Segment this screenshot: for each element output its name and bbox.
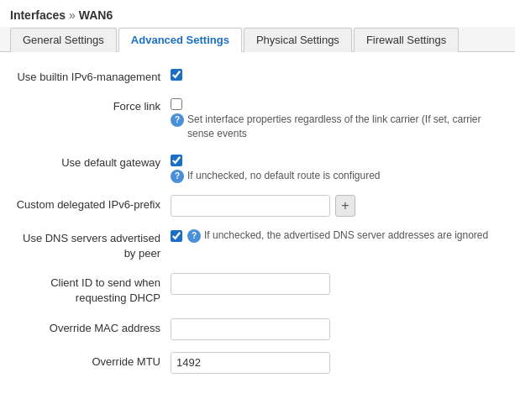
label-force-link: Force link bbox=[15, 97, 171, 114]
field-force-link: ? Set interface properties regardless of… bbox=[171, 97, 500, 141]
form-content: Use builtin IPv6-management Force link ?… bbox=[0, 52, 515, 401]
hint-use-dns-servers: ? If unchecked, the advertised DNS serve… bbox=[187, 228, 488, 243]
tabs-bar: General Settings Advanced Settings Physi… bbox=[0, 27, 515, 52]
info-icon-force-link: ? bbox=[171, 113, 184, 127]
row-custom-ipv6-prefix: Custom delegated IPv6-prefix + bbox=[15, 195, 500, 217]
breadcrumb: Interfaces » WAN6 bbox=[0, 0, 515, 27]
label-use-builtin-ipv6: Use builtin IPv6-management bbox=[15, 67, 171, 85]
row-use-default-gateway: Use default gateway ? If unchecked, no d… bbox=[15, 153, 500, 183]
hint-text-dns-servers: If unchecked, the advertised DNS server … bbox=[204, 228, 488, 243]
field-override-mac bbox=[171, 318, 500, 340]
row-client-id: Client ID to send when requesting DHCP bbox=[15, 273, 500, 306]
label-client-id: Client ID to send when requesting DHCP bbox=[15, 273, 171, 306]
row-override-mtu: Override MTU bbox=[15, 352, 500, 374]
field-use-builtin-ipv6 bbox=[171, 67, 500, 81]
checkbox-use-dns-servers[interactable] bbox=[171, 230, 182, 242]
tab-advanced[interactable]: Advanced Settings bbox=[118, 28, 242, 52]
label-use-dns-servers: Use DNS servers advertised by peer bbox=[15, 228, 171, 261]
page-wrapper: Interfaces » WAN6 General Settings Advan… bbox=[0, 0, 515, 420]
row-use-builtin-ipv6: Use builtin IPv6-management bbox=[15, 67, 500, 85]
input-override-mtu[interactable] bbox=[171, 352, 330, 374]
input-custom-ipv6-prefix[interactable] bbox=[171, 195, 330, 217]
label-custom-ipv6-prefix: Custom delegated IPv6-prefix bbox=[15, 195, 171, 213]
hint-text-force-link: Set interface properties regardless of t… bbox=[187, 113, 500, 141]
field-client-id bbox=[171, 273, 500, 295]
checkbox-force-link[interactable] bbox=[171, 98, 182, 110]
info-icon-default-gateway: ? bbox=[171, 170, 184, 183]
checkbox-use-default-gateway[interactable] bbox=[171, 155, 182, 166]
row-override-mac: Override MAC address bbox=[15, 318, 500, 340]
info-icon-dns-servers: ? bbox=[187, 229, 201, 243]
hint-text-default-gateway: If unchecked, no default route is config… bbox=[187, 169, 380, 183]
hint-force-link: ? Set interface properties regardless of… bbox=[171, 113, 500, 141]
hint-use-default-gateway: ? If unchecked, no default route is conf… bbox=[171, 169, 500, 183]
field-override-mtu bbox=[171, 352, 500, 374]
add-ipv6-prefix-button[interactable]: + bbox=[335, 195, 355, 217]
tab-general[interactable]: General Settings bbox=[10, 28, 117, 52]
row-force-link: Force link ? Set interface properties re… bbox=[15, 97, 500, 141]
label-override-mtu: Override MTU bbox=[15, 352, 171, 370]
field-use-dns-servers: ? If unchecked, the advertised DNS serve… bbox=[171, 228, 500, 243]
breadcrumb-separator: » bbox=[66, 8, 79, 22]
label-use-default-gateway: Use default gateway bbox=[15, 153, 171, 171]
input-override-mac[interactable] bbox=[171, 318, 330, 340]
breadcrumb-prefix: Interfaces bbox=[10, 8, 66, 22]
tab-firewall[interactable]: Firewall Settings bbox=[354, 28, 459, 52]
input-client-id[interactable] bbox=[171, 273, 330, 295]
checkbox-use-builtin-ipv6[interactable] bbox=[171, 69, 182, 81]
row-use-dns-servers: Use DNS servers advertised by peer ? If … bbox=[15, 228, 500, 261]
label-override-mac: Override MAC address bbox=[15, 318, 171, 336]
breadcrumb-current: WAN6 bbox=[79, 8, 113, 22]
field-custom-ipv6-prefix: + bbox=[171, 195, 500, 217]
field-use-default-gateway: ? If unchecked, no default route is conf… bbox=[171, 153, 500, 183]
tab-physical[interactable]: Physical Settings bbox=[244, 28, 352, 52]
